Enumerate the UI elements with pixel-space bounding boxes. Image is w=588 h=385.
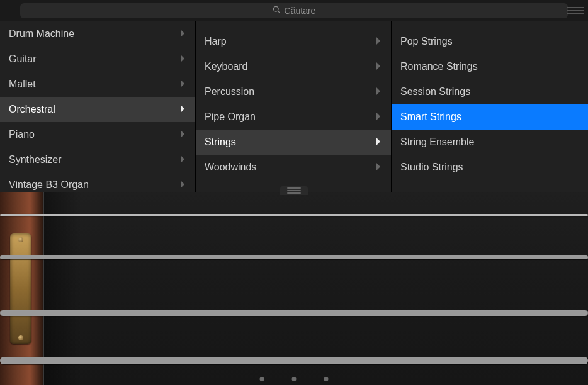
category-label: Vintage B3 Organ xyxy=(9,179,89,191)
chevron-right-icon xyxy=(180,179,186,191)
preset-row[interactable]: Session Strings xyxy=(392,79,588,104)
category-label: Synthesizer xyxy=(9,154,62,165)
menu-icon[interactable] xyxy=(567,7,584,14)
subcategory-label: Choir xyxy=(205,21,229,22)
chevron-right-icon xyxy=(180,53,186,65)
subcategory-label: Pipe Organ xyxy=(205,111,256,123)
preset-row[interactable]: Romance Strings xyxy=(392,54,588,79)
category-row[interactable]: Drum Machine xyxy=(0,21,195,47)
category-column: Drum MachineGuitarMalletOrchestralPianoS… xyxy=(0,21,196,192)
preset-label: Smart Strings xyxy=(400,111,461,123)
subcategory-row[interactable]: Strings xyxy=(196,130,391,155)
subcategory-label: Keyboard xyxy=(205,61,248,72)
subcategory-row[interactable]: Keyboard xyxy=(196,54,391,79)
subcategory-label: Percussion xyxy=(205,86,254,98)
subcategory-column: ChoirHarpKeyboardPercussionPipe OrganStr… xyxy=(196,21,392,192)
category-row[interactable]: Mallet xyxy=(0,72,195,97)
instrument-view xyxy=(0,192,588,385)
preset-label: Pop Strings xyxy=(400,36,453,47)
page-dot[interactable] xyxy=(324,377,329,381)
search-icon xyxy=(273,6,281,16)
preset-row[interactable]: Pop Strings xyxy=(392,29,588,54)
subcategory-label: Woodwinds xyxy=(205,162,256,173)
preset-row[interactable]: Modern Strings xyxy=(392,21,588,29)
category-row[interactable]: Orchestral xyxy=(0,97,195,122)
category-row[interactable]: Synthesizer xyxy=(0,147,195,172)
brass-plate xyxy=(10,233,31,344)
chevron-right-icon xyxy=(376,111,382,123)
subcategory-label: Harp xyxy=(205,36,227,47)
page-dot[interactable] xyxy=(260,377,264,381)
sound-browser: Drum MachineGuitarMalletOrchestralPianoS… xyxy=(0,21,588,192)
chevron-right-icon xyxy=(180,79,186,90)
category-row[interactable]: Guitar xyxy=(0,47,195,72)
preset-label: Romance Strings xyxy=(400,61,478,72)
chevron-right-icon xyxy=(376,21,382,22)
preset-row[interactable]: Smart Strings xyxy=(392,104,588,130)
subcategory-label: Strings xyxy=(205,137,236,148)
preset-label: Modern Strings xyxy=(400,21,469,22)
page-dots[interactable] xyxy=(260,377,329,381)
preset-label: Session Strings xyxy=(400,86,470,98)
chevron-right-icon xyxy=(376,36,382,47)
chevron-right-icon xyxy=(376,86,382,98)
category-label: Drum Machine xyxy=(9,28,74,40)
chevron-right-icon xyxy=(180,104,186,115)
chevron-right-icon xyxy=(376,162,382,173)
subcategory-row[interactable]: Woodwinds xyxy=(196,155,391,180)
preset-column: Modern StringsPop StringsRomance Strings… xyxy=(392,21,588,192)
search-input[interactable]: Căutare xyxy=(20,3,568,18)
subcategory-row[interactable]: Pipe Organ xyxy=(196,104,391,130)
category-row[interactable]: Piano xyxy=(0,122,195,147)
chevron-right-icon xyxy=(180,154,186,165)
search-placeholder: Căutare xyxy=(285,6,316,16)
subcategory-row[interactable]: Harp xyxy=(196,29,391,54)
chevron-right-icon xyxy=(376,61,382,72)
subcategory-row[interactable]: Percussion xyxy=(196,79,391,104)
preset-row[interactable]: Studio Strings xyxy=(392,155,588,180)
subcategory-row[interactable]: Choir xyxy=(196,21,391,29)
chevron-right-icon xyxy=(376,137,382,148)
category-label: Orchestral xyxy=(9,104,55,115)
category-label: Mallet xyxy=(9,79,36,90)
preset-label: String Ensemble xyxy=(400,137,474,148)
chevron-right-icon xyxy=(180,129,186,140)
preset-row[interactable]: String Ensemble xyxy=(392,130,588,155)
chevron-right-icon xyxy=(180,28,186,40)
drag-handle-icon[interactable] xyxy=(280,186,308,195)
search-bar: Căutare xyxy=(0,0,588,21)
page-dot[interactable] xyxy=(292,377,297,381)
preset-label: Studio Strings xyxy=(400,162,463,173)
category-label: Guitar xyxy=(9,53,37,65)
category-label: Piano xyxy=(9,129,35,140)
category-row[interactable]: Vintage B3 Organ xyxy=(0,172,195,192)
